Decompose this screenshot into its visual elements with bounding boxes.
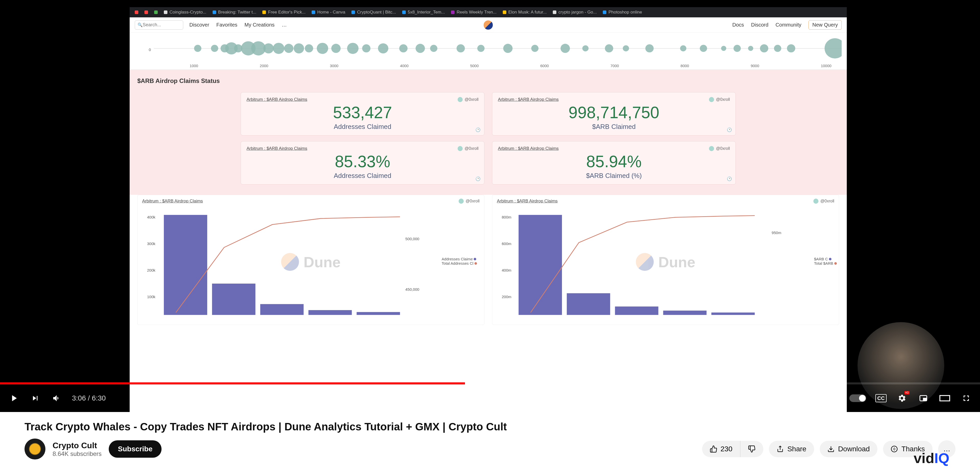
captions-button[interactable]: CC: [875, 394, 886, 402]
chart-title-link[interactable]: Arbitrum : $ARB Airdrop Claims: [497, 199, 558, 204]
section-title: $ARB Airdrop Claims Status: [130, 70, 847, 92]
player-controls: 3:06 / 6:30 CC HD: [0, 384, 980, 412]
x-tick: 3000: [330, 64, 339, 68]
miniplayer-button[interactable]: [917, 392, 929, 405]
svg-point-35: [760, 45, 768, 53]
browser-tab: Coinglass-Crypto...: [164, 10, 207, 15]
theater-button[interactable]: [939, 392, 951, 405]
browser-tab: Home - Canva: [312, 10, 345, 15]
y-tick: 300k: [147, 242, 156, 246]
legend-item: Addresses Claime: [442, 257, 477, 261]
svg-point-37: [787, 45, 795, 53]
tab-icon: [145, 11, 148, 14]
browser-tab: Photoshop online: [603, 10, 642, 15]
channel-name[interactable]: Crypto Cult: [52, 441, 102, 450]
svg-point-17: [378, 43, 388, 54]
clock-icon: 🕑: [727, 177, 732, 181]
progress-bar[interactable]: [0, 382, 980, 384]
nav-community[interactable]: Community: [776, 22, 801, 28]
next-button[interactable]: [29, 392, 41, 405]
bar: [260, 304, 304, 315]
svg-point-19: [415, 44, 425, 53]
x-tick: 6000: [540, 64, 549, 68]
metric-value: 85.33%: [247, 153, 479, 170]
metric-label: Addresses Claimed: [247, 123, 479, 131]
settings-button[interactable]: HD: [896, 392, 908, 405]
card-author[interactable]: @0xroll: [813, 199, 834, 204]
nav-mycreations[interactable]: My Creations: [245, 22, 275, 28]
bar: [567, 293, 610, 315]
metric-card-addresses-claimed: Arbitrum : $ARB Airdrop Claims @0xroll 5…: [241, 92, 484, 135]
nav-more-icon[interactable]: …: [282, 22, 287, 28]
browser-tab: 5x8_Interior_Tem...: [402, 10, 445, 15]
x-tick: 4000: [400, 64, 408, 68]
dune-logo-icon: [484, 21, 493, 30]
browser-tab: Breaking: Twitter t...: [213, 10, 256, 15]
card-author[interactable]: @0xroll: [458, 146, 479, 151]
play-button[interactable]: [8, 392, 20, 405]
subscribe-button[interactable]: Subscribe: [109, 440, 162, 458]
card-author[interactable]: @0xroll: [458, 199, 479, 204]
download-button[interactable]: Download: [820, 441, 878, 457]
svg-point-14: [331, 44, 341, 53]
fullscreen-button[interactable]: [960, 392, 972, 405]
y-tick: 100k: [147, 295, 156, 299]
cumulative-line: [176, 217, 400, 313]
card-author[interactable]: @0xroll: [709, 146, 730, 151]
svg-point-24: [531, 45, 538, 52]
bar-charts-row: Arbitrum : $ARB Airdrop Claims @0xroll D…: [130, 195, 847, 325]
svg-point-23: [503, 44, 513, 53]
nav-docs[interactable]: Docs: [732, 22, 744, 28]
card-author[interactable]: @0xroll: [709, 97, 730, 102]
card-title-link[interactable]: Arbitrum : $ARB Airdrop Claims: [498, 146, 558, 151]
nav-discord[interactable]: Discord: [751, 22, 768, 28]
svg-point-33: [733, 45, 741, 52]
avatar-icon: [458, 97, 463, 102]
channel-avatar[interactable]: [24, 438, 45, 459]
y-tick: 200m: [502, 295, 511, 299]
nav-favorites[interactable]: Favorites: [216, 22, 237, 28]
dislike-button[interactable]: [740, 441, 763, 457]
svg-point-25: [560, 44, 570, 53]
nav-discover[interactable]: Discover: [189, 22, 209, 28]
card-author[interactable]: @0xroll: [458, 97, 479, 102]
svg-point-2: [211, 45, 218, 52]
svg-point-34: [748, 46, 753, 51]
x-tick: 2000: [260, 64, 268, 68]
browser-tab: Reels Weekly Tren...: [451, 10, 496, 15]
video-meta: Track Crypto Whales - Copy Trades NFT Ai…: [0, 412, 980, 473]
svg-point-15: [347, 43, 359, 54]
metric-label: Addresses Claimed: [247, 172, 479, 180]
dune-header: 🔍 Discover Favorites My Creations … Docs…: [130, 18, 847, 33]
svg-point-8: [263, 43, 274, 54]
clock-icon: 🕑: [727, 127, 732, 132]
svg-point-21: [457, 45, 465, 53]
autoplay-toggle[interactable]: [850, 394, 866, 402]
search-input[interactable]: 🔍: [135, 21, 183, 30]
card-title-link[interactable]: Arbitrum : $ARB Airdrop Claims: [247, 97, 307, 102]
x-tick: 8000: [681, 64, 689, 68]
x-tick: 9000: [751, 64, 759, 68]
avatar-icon: [813, 199, 818, 204]
svg-point-20: [430, 45, 437, 52]
y2-tick: 950m: [772, 231, 781, 235]
chart-title-link[interactable]: Arbitrum : $ARB Airdrop Claims: [142, 199, 203, 204]
new-query-button[interactable]: New Query: [808, 20, 842, 30]
search-icon: 🔍: [138, 22, 143, 27]
video-player[interactable]: Coinglass-Crypto... Breaking: Twitter t.…: [0, 0, 980, 412]
svg-rect-41: [940, 396, 950, 401]
bar-chart-addresses: Arbitrum : $ARB Airdrop Claims @0xroll D…: [137, 195, 484, 325]
legend-item: $ARB C: [814, 257, 837, 261]
like-button[interactable]: 230: [702, 441, 740, 457]
card-title-link[interactable]: Arbitrum : $ARB Airdrop Claims: [498, 97, 558, 102]
metric-label: $ARB Claimed (%): [498, 172, 730, 180]
volume-button[interactable]: [51, 392, 63, 405]
svg-point-18: [399, 45, 407, 53]
svg-point-29: [646, 45, 654, 53]
share-button[interactable]: Share: [769, 441, 814, 457]
tab-icon: [135, 11, 138, 14]
svg-point-12: [305, 45, 313, 53]
avatar-icon: [458, 146, 463, 151]
scatter-chart: 0 1000 2000 3000 4000 5000 6000 7000 800…: [130, 33, 847, 70]
card-title-link[interactable]: Arbitrum : $ARB Airdrop Claims: [247, 146, 307, 151]
